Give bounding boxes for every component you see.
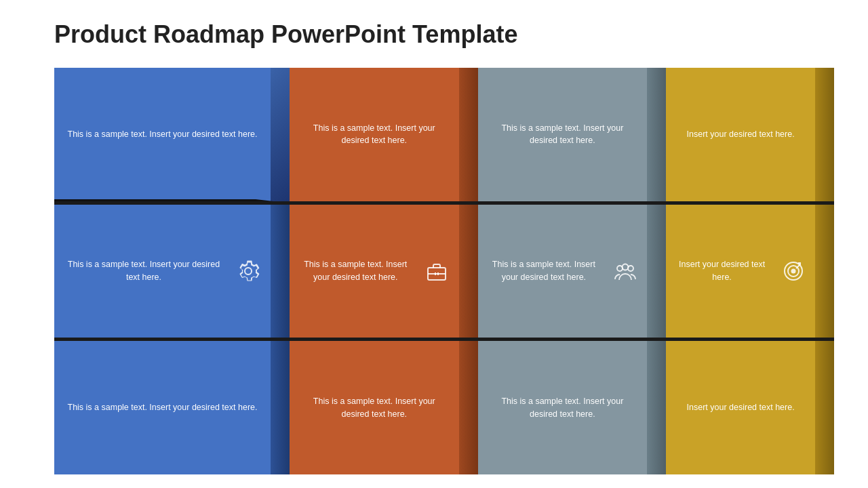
- row3-col3-text[interactable]: This is a sample text. Insert your desir…: [478, 341, 648, 474]
- briefcase-icon: [415, 205, 459, 338]
- row1-col1: This is a sample text. Insert your desir…: [54, 68, 290, 201]
- row-1: This is a sample text. Insert your desir…: [54, 68, 834, 201]
- page-title: Product Roadmap PowerPoint Template: [54, 20, 834, 49]
- row1-col4: Insert your desired text here.: [666, 68, 834, 201]
- roadmap: This is a sample text. Insert your desir…: [54, 68, 834, 474]
- row3-col4-text[interactable]: Insert your desired text here.: [666, 341, 815, 474]
- gear-icon: [226, 205, 271, 338]
- row1-col3: This is a sample text. Insert your desir…: [478, 68, 667, 201]
- row3-col2: This is a sample text. Insert your desir…: [290, 341, 478, 474]
- row3-col3: This is a sample text. Insert your desir…: [478, 341, 667, 474]
- target-icon: [771, 205, 815, 338]
- row2-col1-text[interactable]: This is a sample text. Insert your desir…: [54, 205, 226, 338]
- row2-col4: Insert your desired text here.: [666, 205, 834, 338]
- row-2: This is a sample text. Insert your desir…: [54, 205, 834, 338]
- row2-col4-text[interactable]: Insert your desired text here.: [666, 205, 771, 338]
- row2-col3: This is a sample text. Insert your desir…: [478, 205, 667, 338]
- row3-col4: Insert your desired text here.: [666, 341, 834, 474]
- row3-col1-text[interactable]: This is a sample text. Insert your desir…: [54, 341, 271, 474]
- row1-col2-text[interactable]: This is a sample text. Insert your desir…: [290, 68, 459, 201]
- row2-col1: This is a sample text. Insert your desir…: [54, 205, 290, 338]
- separator-1: [54, 201, 834, 205]
- row2-col2-text[interactable]: This is a sample text. Insert your desir…: [290, 205, 415, 338]
- row3-col2-text[interactable]: This is a sample text. Insert your desir…: [290, 341, 459, 474]
- row1-col2: This is a sample text. Insert your desir…: [290, 68, 478, 201]
- separator-2: [54, 338, 834, 341]
- page: Product Roadmap PowerPoint Template This…: [0, 0, 868, 488]
- svg-point-9: [791, 269, 795, 274]
- row1-col1-text[interactable]: This is a sample text. Insert your desir…: [54, 68, 271, 201]
- row1-col4-text[interactable]: Insert your desired text here.: [666, 68, 815, 201]
- row-3: This is a sample text. Insert your desir…: [54, 341, 834, 474]
- svg-point-6: [622, 264, 628, 270]
- row2-col3-text[interactable]: This is a sample text. Insert your desir…: [478, 205, 604, 338]
- team-icon: [603, 205, 647, 338]
- row3-col1: This is a sample text. Insert your desir…: [54, 341, 290, 474]
- row1-col3-text[interactable]: This is a sample text. Insert your desir…: [478, 68, 648, 201]
- row2-col2: This is a sample text. Insert your desir…: [290, 205, 478, 338]
